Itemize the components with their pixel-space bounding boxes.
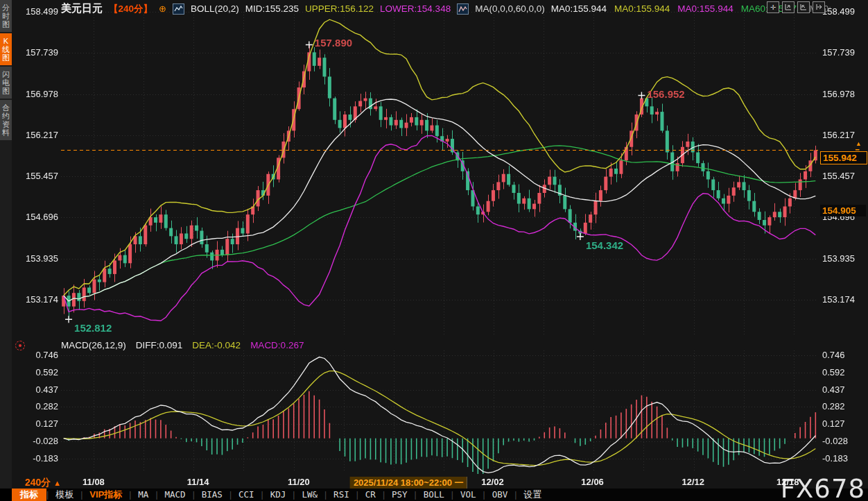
toolbar-item-VOL[interactable]: VOL bbox=[453, 489, 483, 501]
axis-label: 153.935 bbox=[19, 253, 58, 264]
axis-label: -0.028 bbox=[19, 436, 58, 446]
axis-label: 0.592 bbox=[822, 367, 845, 377]
macd-macd-value: MACD:0.267 bbox=[250, 340, 304, 350]
expand-icon[interactable]: ⊕ bbox=[159, 3, 166, 14]
sidebar-tab-2[interactable]: K 线 图 bbox=[0, 33, 12, 65]
axis-label: 153.174 bbox=[19, 294, 58, 305]
axis-label: 156.217 bbox=[19, 130, 58, 140]
ma-name: MA(0,0,0,60,0,0) bbox=[475, 3, 545, 14]
axis-label: 156.978 bbox=[19, 89, 58, 99]
toolbar-item-KDJ[interactable]: KDJ bbox=[263, 489, 293, 501]
axis-label: 155.457 bbox=[822, 171, 855, 181]
macd-header: MACD(26,12,9) DIFF:0.091 DEA:-0.042 MACD… bbox=[61, 340, 304, 350]
axis-label: 157.739 bbox=[19, 47, 58, 58]
macd-name: MACD(26,12,9) bbox=[61, 340, 126, 350]
period-text: 240分 bbox=[25, 477, 51, 488]
macd-diff-value: DIFF:0.091 bbox=[136, 340, 183, 350]
time-axis-label: 12/12 bbox=[682, 477, 705, 487]
price-annotation: 154.342 bbox=[586, 239, 623, 251]
shift-right-icon[interactable] bbox=[813, 1, 825, 13]
price-annotation: 157.890 bbox=[315, 37, 352, 49]
period-label: 【240分】 bbox=[109, 3, 153, 15]
toolbar-item-CCI[interactable]: CCI bbox=[232, 489, 261, 501]
ma-value-3: MA0:155.944 bbox=[677, 3, 733, 14]
last-price-tag: 154.905 bbox=[820, 205, 866, 216]
toolbar-item-PSY[interactable]: PSY bbox=[385, 489, 415, 501]
sidebar: 分 时 图K 线 图闪 电 图合 约 资 料 bbox=[0, 0, 12, 489]
symbol-title: 美元日元 bbox=[61, 2, 103, 15]
toolbar-item-RSI[interactable]: RSI bbox=[327, 489, 356, 501]
period-selector[interactable]: 240分 ▲ bbox=[25, 477, 61, 489]
sidebar-tab-1[interactable]: 分 时 图 bbox=[0, 0, 12, 32]
toolbar-item-LW&[interactable]: LW& bbox=[295, 489, 324, 501]
axis-label: 154.696 bbox=[19, 212, 58, 222]
axis-scale-right-icon[interactable] bbox=[797, 1, 810, 13]
axis-label: 0.437 bbox=[822, 384, 845, 395]
trading-app-window: 分 时 图K 线 图闪 电 图合 约 资 料 美元日元 【240分】 ⊕ BOL… bbox=[0, 0, 868, 501]
indicator-marker-icon[interactable] bbox=[15, 341, 25, 350]
axis-label: 0.746 bbox=[822, 350, 845, 360]
axis-label: 158.499 bbox=[19, 6, 58, 17]
boll-name: BOLL(20,2) bbox=[191, 3, 239, 14]
toolbar-item-MA[interactable]: MA bbox=[131, 489, 155, 501]
time-axis-label: 11/20 bbox=[288, 477, 310, 487]
toolbar-item-模板[interactable]: 模板 bbox=[49, 489, 80, 501]
chart-header: 美元日元 【240分】 ⊕ BOLL(20,2) MID:155.235 UPP… bbox=[61, 2, 831, 15]
toolbar-item-MACD[interactable]: MACD bbox=[158, 489, 193, 501]
axis-label: 155.457 bbox=[19, 171, 58, 181]
sidebar-tab-4[interactable]: 合 约 资 料 bbox=[0, 100, 12, 140]
axis-label: 0.592 bbox=[19, 367, 58, 377]
price-chart-canvas[interactable] bbox=[0, 0, 868, 501]
boll-indicator-icon[interactable] bbox=[173, 3, 184, 15]
chart-tool-icons: ✛ bbox=[767, 1, 825, 13]
axis-label: -0.183 bbox=[19, 453, 58, 464]
boll-upper-value: UPPER:156.122 bbox=[305, 3, 374, 14]
axis-label: -0.183 bbox=[822, 453, 848, 464]
toolbar-item-BOLL[interactable]: BOLL bbox=[417, 489, 451, 501]
ma-value-1: MA0:155.944 bbox=[551, 3, 607, 14]
price-annotation: 152.812 bbox=[74, 322, 112, 334]
boll-mid-value: MID:155.235 bbox=[245, 3, 299, 14]
ma-indicator-icon[interactable] bbox=[457, 3, 469, 15]
axis-label: 153.174 bbox=[822, 294, 855, 305]
time-axis-label: 12/06 bbox=[581, 477, 604, 487]
toolbar-item-设置[interactable]: 设置 bbox=[517, 489, 548, 501]
time-axis-highlight-label: 2025/11/24 18:00~22:00 一 bbox=[350, 477, 467, 489]
axis-label: 0.127 bbox=[19, 418, 58, 429]
price-annotation: 156.952 bbox=[647, 88, 684, 100]
toolbar-item-BIAS[interactable]: BIAS bbox=[195, 489, 229, 501]
toolbar-item-CR[interactable]: CR bbox=[358, 489, 383, 501]
crosshair-icon[interactable]: ✛ bbox=[767, 1, 779, 13]
toolbar-item-VIP指标[interactable]: VIP指标 bbox=[83, 489, 129, 501]
axis-label: 157.739 bbox=[822, 47, 855, 58]
axis-label: 156.978 bbox=[822, 89, 855, 99]
chevron-up-icon: ▲ bbox=[53, 479, 61, 487]
axis-label: 0.437 bbox=[19, 384, 58, 395]
axis-label: 0.127 bbox=[822, 418, 845, 429]
axis-label: 0.282 bbox=[19, 401, 58, 411]
time-axis-label: 11/08 bbox=[83, 477, 105, 487]
axis-label: 156.217 bbox=[822, 130, 855, 140]
toolbar-item-OBV[interactable]: OBV bbox=[485, 489, 515, 501]
price-alert-arrow-icon: ▲━ bbox=[856, 141, 862, 153]
axis-label: 0.746 bbox=[19, 350, 58, 360]
sidebar-tab-3[interactable]: 闪 电 图 bbox=[0, 67, 12, 99]
time-axis-label: 11/14 bbox=[187, 477, 209, 487]
axis-label: 153.935 bbox=[822, 253, 855, 264]
toolbar-item-指标[interactable]: 指标 bbox=[12, 489, 46, 501]
axis-scale-left-icon[interactable] bbox=[782, 1, 795, 13]
axis-label: -0.028 bbox=[822, 436, 848, 446]
macd-dea-value: DEA:-0.042 bbox=[192, 340, 241, 350]
indicator-toolbar: 指标|模板|VIP指标|MA|MACD|BIAS|CCI|KDJ|LW&|RSI… bbox=[0, 489, 868, 501]
time-axis-label: 12/02 bbox=[481, 477, 504, 487]
ma-value-2: MA0:155.944 bbox=[614, 3, 670, 14]
axis-label: 0.282 bbox=[822, 401, 845, 411]
fx678-watermark: FX678 bbox=[781, 474, 865, 501]
boll-lower-value: LOWER:154.348 bbox=[380, 3, 451, 14]
